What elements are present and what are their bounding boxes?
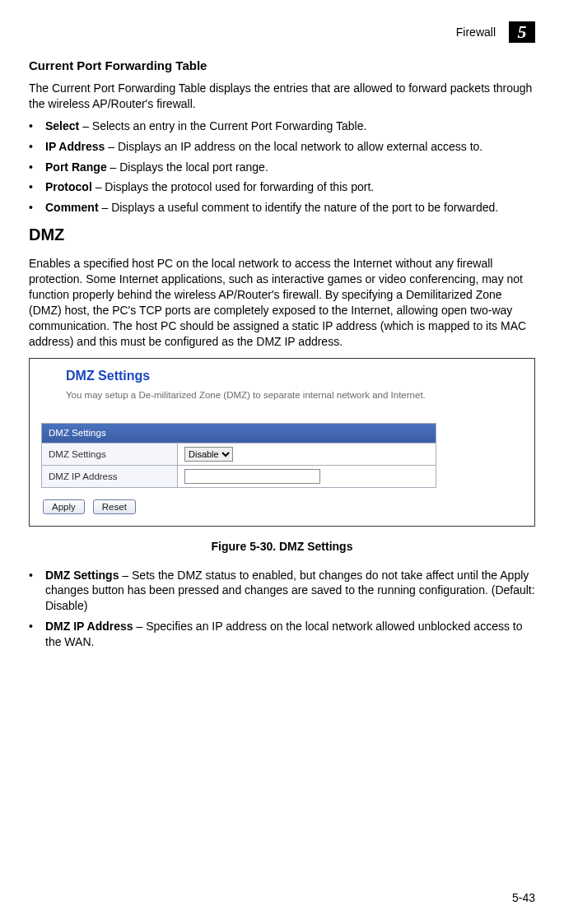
bullet-desc: – Displays a useful comment to identify … <box>99 201 499 214</box>
dmz-ip-value-cell <box>178 465 436 487</box>
dmz-figure: DMZ Settings You may setup a De-militari… <box>29 358 535 527</box>
dmz-bullet-list: •DMZ Settings – Sets the DMZ status to e… <box>29 568 535 650</box>
bullet-desc: – Sets the DMZ status to enabled, but ch… <box>45 569 535 613</box>
figure-caption: Figure 5-30. DMZ Settings <box>29 540 535 553</box>
dmz-heading: DMZ <box>29 225 535 244</box>
dmz-settings-select[interactable]: Disable <box>184 447 233 462</box>
list-item: •IP Address – Displays an IP address on … <box>29 139 535 155</box>
apply-button[interactable]: Apply <box>43 499 85 514</box>
bullet-term: DMZ Settings <box>45 569 119 582</box>
bullet-body: Protocol – Displays the protocol used fo… <box>45 179 535 195</box>
reset-button[interactable]: Reset <box>93 499 136 514</box>
chapter-number: 5 <box>518 21 527 43</box>
bullet-icon: • <box>29 160 37 175</box>
figure-title: DMZ Settings <box>66 369 523 383</box>
dmz-intro: Enables a specified host PC on the local… <box>29 256 535 349</box>
bullet-term: Port Range <box>45 160 107 174</box>
list-item: •Comment – Displays a useful comment to … <box>29 200 535 216</box>
bullet-term: IP Address <box>45 140 105 153</box>
bullet-term: Comment <box>45 201 99 214</box>
bullet-term: DMZ IP Address <box>45 620 133 633</box>
bullet-body: Comment – Displays a useful comment to i… <box>45 200 535 216</box>
list-item: •Port Range – Displays the local port ra… <box>29 160 535 175</box>
bullet-icon: • <box>29 619 37 650</box>
table-header: DMZ Settings <box>42 423 436 443</box>
dmz-ip-label: DMZ IP Address <box>42 465 178 487</box>
header-section-label: Firewall <box>456 26 496 39</box>
list-item: •DMZ Settings – Sets the DMZ status to e… <box>29 568 535 615</box>
dmz-settings-label: DMZ Settings <box>42 443 178 465</box>
bullet-body: DMZ Settings – Sets the DMZ status to en… <box>45 568 535 615</box>
bullet-icon: • <box>29 179 37 195</box>
pft-intro: The Current Port Forwarding Table displa… <box>29 81 535 112</box>
bullet-term: Select <box>45 119 79 132</box>
bullet-icon: • <box>29 200 37 216</box>
bullet-body: Port Range – Displays the local port ran… <box>45 160 535 175</box>
list-item: •DMZ IP Address – Specifies an IP addres… <box>29 619 535 650</box>
dmz-settings-table: DMZ Settings DMZ Settings Disable DMZ IP… <box>41 423 436 488</box>
bullet-icon: • <box>29 118 37 134</box>
page-number: 5-43 <box>512 891 535 904</box>
pft-heading: Current Port Forwarding Table <box>29 58 535 72</box>
bullet-body: DMZ IP Address – Specifies an IP address… <box>45 619 535 650</box>
table-row: DMZ IP Address <box>42 465 436 487</box>
dmz-ip-input[interactable] <box>184 469 320 484</box>
bullet-desc: – Displays an IP address on the local ne… <box>105 140 482 153</box>
bullet-body: Select – Selects an entry in the Current… <box>45 118 535 134</box>
dmz-settings-value-cell: Disable <box>178 443 436 465</box>
bullet-body: IP Address – Displays an IP address on t… <box>45 139 535 155</box>
button-row: Apply Reset <box>43 499 523 514</box>
pft-bullet-list: •Select – Selects an entry in the Curren… <box>29 118 535 216</box>
chapter-badge: 5 <box>509 21 535 43</box>
bullet-desc: – Displays the protocol used for forward… <box>92 180 374 193</box>
figure-subtitle: You may setup a De-militarized Zone (DMZ… <box>66 390 523 400</box>
bullet-icon: • <box>29 568 37 615</box>
list-item: •Select – Selects an entry in the Curren… <box>29 118 535 134</box>
table-row: DMZ Settings Disable <box>42 443 436 465</box>
bullet-icon: • <box>29 139 37 155</box>
list-item: •Protocol – Displays the protocol used f… <box>29 179 535 195</box>
bullet-term: Protocol <box>45 180 92 193</box>
bullet-desc: – Displays the local port range. <box>107 160 268 174</box>
bullet-desc: – Selects an entry in the Current Port F… <box>79 119 366 132</box>
page-header: Firewall 5 <box>29 21 535 44</box>
